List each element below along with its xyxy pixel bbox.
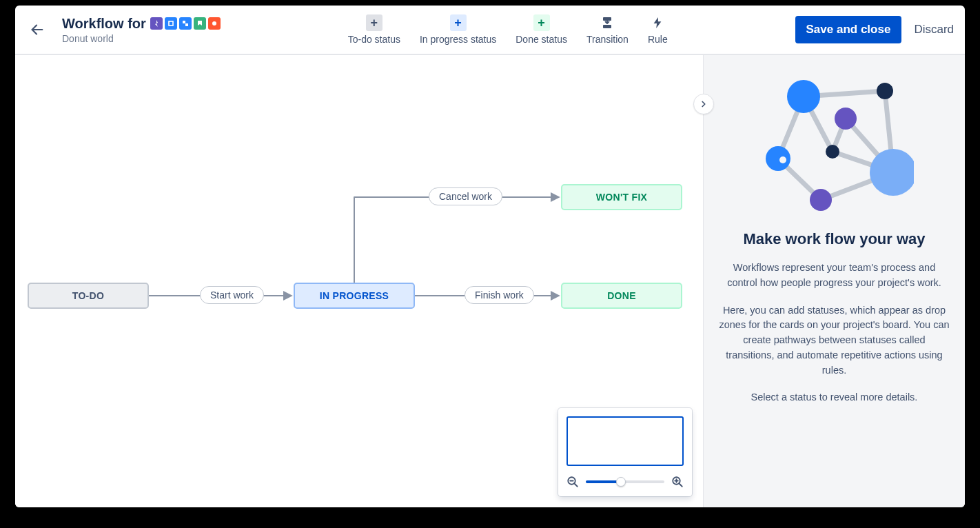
svg-point-30: [779, 156, 786, 163]
workflow-editor: Workflow for Donut world + To-do status …: [15, 6, 965, 507]
add-todo-status-button[interactable]: + To-do status: [345, 13, 403, 46]
bolt-icon: [649, 14, 666, 31]
svg-point-26: [877, 83, 893, 99]
minimap-viewport[interactable]: [566, 416, 684, 466]
status-node-wontfix[interactable]: WON'T FIX: [561, 184, 682, 210]
task-icon: [179, 17, 192, 30]
save-button[interactable]: Save and close: [795, 16, 902, 43]
subtask-icon: [194, 17, 206, 30]
project-name: Donut world: [62, 33, 221, 44]
sidepanel-p1: Workflows represent your team's process …: [719, 261, 950, 291]
epic-icon: [150, 17, 163, 30]
bug-icon: [208, 17, 221, 30]
header: Workflow for Donut world + To-do status …: [15, 6, 965, 55]
zoom-slider[interactable]: [586, 480, 664, 483]
minimap: [558, 408, 692, 496]
svg-point-4: [212, 21, 216, 26]
title-block: Workflow for Donut world: [62, 16, 221, 44]
status-node-inprogress[interactable]: IN PROGRESS: [294, 283, 415, 309]
chevron-right-icon: [699, 99, 708, 109]
svg-line-13: [679, 483, 682, 487]
plus-icon: +: [366, 14, 382, 31]
plus-icon: +: [533, 14, 550, 31]
status-node-todo[interactable]: TO-DO: [28, 283, 149, 309]
workflow-canvas[interactable]: TO-DO IN PROGRESS WON'T FIX DONE Start w…: [15, 55, 703, 507]
zoom-slider-thumb[interactable]: [616, 477, 626, 487]
transition-start-work[interactable]: Start work: [200, 286, 264, 304]
svg-point-25: [787, 80, 820, 113]
back-button[interactable]: [23, 16, 51, 43]
zoom-controls: [566, 476, 684, 488]
page-title: Workflow for: [62, 16, 146, 32]
transition-finish-work[interactable]: Finish work: [465, 286, 534, 304]
status-node-done[interactable]: DONE: [561, 283, 682, 309]
sidepanel-p2: Here, you can add statuses, which appear…: [719, 303, 950, 378]
add-rule-button[interactable]: Rule: [645, 13, 671, 46]
transition-cancel-work[interactable]: Cancel work: [429, 187, 502, 205]
side-panel: Make work flow your way Workflows repres…: [703, 55, 965, 507]
svg-rect-6: [603, 25, 611, 28]
transition-icon: [599, 14, 615, 31]
story-icon: [165, 17, 177, 30]
svg-point-28: [826, 145, 839, 159]
plus-icon: +: [450, 14, 467, 31]
svg-point-27: [835, 108, 857, 130]
issue-type-badges: [150, 17, 221, 30]
sidepanel-heading: Make work flow your way: [743, 230, 925, 248]
svg-rect-1: [169, 21, 173, 26]
svg-rect-2: [183, 21, 185, 23]
zoom-out-icon[interactable]: [566, 476, 579, 488]
svg-point-32: [810, 189, 832, 211]
discard-button[interactable]: Discard: [914, 23, 954, 37]
svg-rect-3: [185, 23, 188, 26]
sidepanel-p3: Select a status to reveal more details.: [751, 390, 918, 405]
arrow-left-icon: [30, 22, 45, 37]
add-inprogress-status-button[interactable]: + In progress status: [417, 13, 499, 46]
add-done-status-button[interactable]: + Done status: [513, 13, 570, 46]
svg-line-10: [574, 483, 578, 487]
zoom-in-icon[interactable]: [671, 476, 684, 488]
header-actions: Save and close Discard: [795, 16, 954, 43]
editor-body: TO-DO IN PROGRESS WON'T FIX DONE Start w…: [15, 55, 965, 507]
add-transition-button[interactable]: Transition: [584, 13, 631, 46]
collapse-panel-button[interactable]: [693, 94, 714, 114]
svg-point-29: [766, 146, 790, 171]
toolbar: + To-do status + In progress status + Do…: [345, 13, 671, 46]
workflow-illustration: [755, 76, 914, 214]
